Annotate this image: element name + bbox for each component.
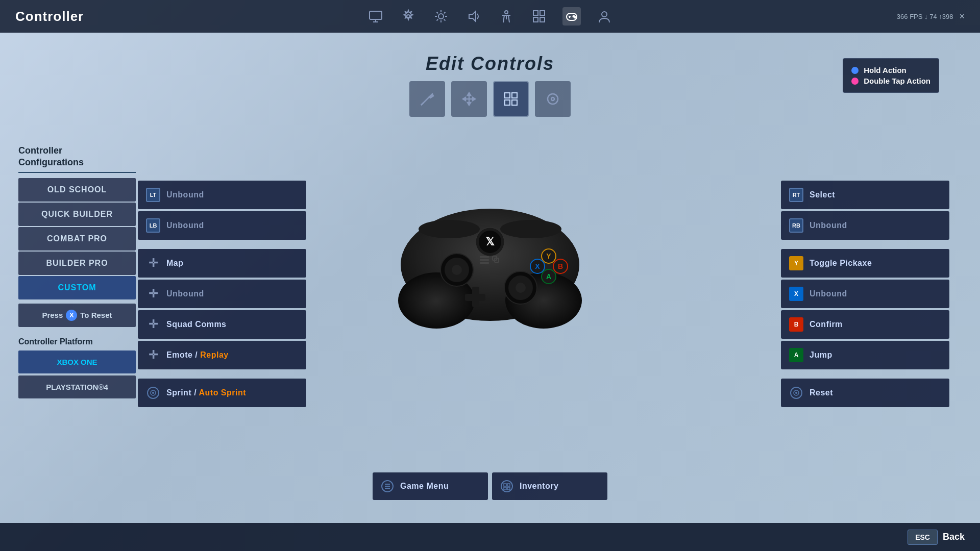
hold-action-label: Hold Action [864,66,906,74]
inventory-button[interactable]: Inventory [492,472,607,500]
game-menu-button[interactable]: Game Menu [373,472,488,500]
svg-rect-83 [507,487,510,490]
config-combat-pro[interactable]: COMBAT PRO [18,227,136,251]
fps-counter: 366 FPS ↓ 74 ↑398 [897,13,953,20]
lb-label: Unbound [166,221,204,230]
page-title: Edit Controls [0,53,980,74]
svg-point-42 [152,392,154,394]
rb-badge: RB [789,218,803,233]
subtab-grid[interactable] [493,81,529,117]
lb-badge: LB [146,218,160,233]
subtab-row [409,81,571,117]
b-button[interactable]: B Confirm [781,310,949,339]
rs-icon [789,386,803,400]
double-tap-label: Double Tap Action [864,77,930,85]
lt-button[interactable]: LT Unbound [138,181,306,209]
x-badge: X [789,287,803,301]
rt-badge: RT [789,188,803,202]
config-custom[interactable]: CUSTOM [18,276,136,299]
subtab-move[interactable] [451,81,487,117]
svg-rect-34 [505,93,510,98]
y-button[interactable]: Y Toggle Pickaxe [781,249,949,278]
svg-marker-33 [473,97,475,101]
a-button[interactable]: A Jump [781,341,949,369]
svg-point-45 [795,392,797,394]
svg-text:X: X [535,262,540,270]
svg-point-50 [500,220,561,238]
platform-title: Controller Platform [18,337,136,346]
platform-ps4[interactable]: PLAYSTATION®4 [18,375,136,398]
svg-rect-0 [370,11,382,19]
center-buttons: Game Menu Inventory [373,472,607,500]
controller-svg: 𝕏 Y [378,181,602,334]
svg-line-11 [444,12,446,14]
svg-point-38 [548,94,558,104]
svg-point-4 [438,14,444,19]
right-button-column: RT Select RB Unbound Y Toggle Pickaxe X … [781,181,949,407]
tab-account[interactable] [595,7,614,26]
tab-nav [366,7,614,26]
close-button[interactable]: × [959,11,965,22]
svg-point-39 [551,97,554,101]
subtab-pickaxe[interactable] [409,81,445,117]
rb-button[interactable]: RB Unbound [781,211,949,240]
tab-controller[interactable] [562,7,581,26]
x-label: Unbound [810,289,847,298]
tab-audio[interactable] [464,7,483,26]
svg-marker-30 [468,93,471,95]
platform-xbox[interactable]: XBOX ONE [18,350,136,373]
ls-button[interactable]: Sprint / Auto Sprint [138,379,306,407]
reset-suffix: To Reset [80,311,112,319]
back-label: Back [943,532,965,542]
svg-line-9 [437,12,438,14]
svg-rect-63 [480,259,489,261]
tab-display[interactable] [366,7,385,26]
rt-button[interactable]: RT Select [781,181,949,209]
legend-double-tap: Double Tap Action [851,77,930,85]
rs-button[interactable]: Reset [781,379,949,407]
svg-rect-64 [480,262,489,264]
svg-rect-80 [504,484,506,486]
svg-rect-61 [465,294,485,301]
config-list: OLD SCHOOL QUICK BUILDER COMBAT PRO BUIL… [18,178,136,299]
esc-button[interactable]: ESC [908,530,938,545]
dpad-up-button[interactable]: ✛ Map [138,249,306,278]
dpad-right-badge: ✛ [146,287,160,301]
config-builder-pro[interactable]: BUILDER PRO [18,252,136,275]
svg-rect-82 [504,487,506,490]
tab-hud[interactable] [530,7,548,26]
dpad-left-button[interactable]: ✛ Emote / Replay [138,341,306,369]
svg-marker-13 [469,11,476,21]
bottom-bar: ESC Back [0,523,980,551]
svg-line-10 [444,19,446,21]
dpad-down-label: Squad Comms [166,320,227,329]
dpad-left-label: Emote / Replay [166,350,229,360]
tab-accessibility[interactable] [497,7,516,26]
b-badge: B [789,317,803,332]
tab-brightness[interactable] [432,7,450,26]
reset-button[interactable]: Press X To Reset [18,304,136,327]
svg-point-79 [501,481,512,492]
y-label: Toggle Pickaxe [810,259,872,268]
reset-prefix: Press [42,311,63,319]
config-old-school[interactable]: OLD SCHOOL [18,178,136,202]
svg-rect-16 [533,11,538,15]
lt-label: Unbound [166,190,204,199]
svg-line-27 [421,103,423,105]
svg-text:Y: Y [546,252,551,260]
subtab-circle[interactable] [535,81,571,117]
svg-text:B: B [558,262,563,270]
tab-settings[interactable] [399,7,418,26]
a-label: Jump [810,350,832,360]
left-button-column: LT Unbound LB Unbound ✛ Map ✛ Unbound ✛ … [138,181,306,407]
x-button[interactable]: X Unbound [781,280,949,308]
svg-point-24 [575,17,576,18]
double-tap-dot [851,78,859,85]
fps-display: 366 FPS ↓ 74 ↑398 × [897,11,965,22]
game-menu-label: Game Menu [400,482,449,491]
dpad-right-button[interactable]: ✛ Unbound [138,280,306,308]
dpad-down-button[interactable]: ✛ Squad Comms [138,310,306,339]
lb-button[interactable]: LB Unbound [138,211,306,240]
inventory-icon [500,480,513,493]
config-quick-builder[interactable]: QUICK BUILDER [18,203,136,226]
